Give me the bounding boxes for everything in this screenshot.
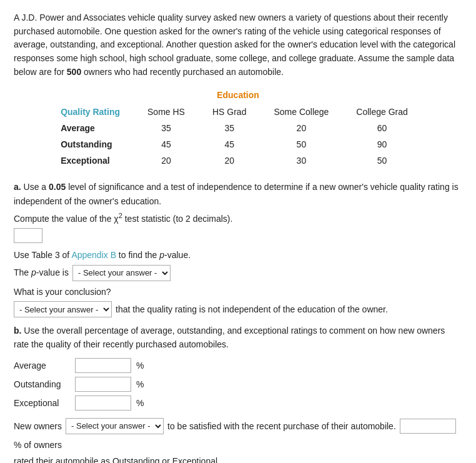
appendix-b-link[interactable]: Appendix B <box>71 250 116 260</box>
cell-exceptional-some-college: 30 <box>260 152 342 169</box>
appendix-rest: to find the p-value. <box>116 250 191 260</box>
p-italic-label: p <box>31 267 36 277</box>
part-b-intro: b. Use the overall percentage of average… <box>14 324 462 352</box>
chi-symbol: χ <box>114 214 118 224</box>
p-italic: p <box>159 250 164 260</box>
average-label: Average <box>14 359 70 372</box>
outstanding-percent: % <box>136 377 144 391</box>
new-owners-suffix: % of owners <box>14 438 62 452</box>
part-b-block: b. Use the overall percentage of average… <box>14 324 462 463</box>
education-header: Education <box>14 90 462 100</box>
cell-average-college-grad: 60 <box>342 120 422 136</box>
part-b-label: b. <box>14 326 21 336</box>
exceptional-row: Exceptional % <box>14 396 462 411</box>
cell-exceptional-some-hs: 20 <box>134 152 199 169</box>
new-owners-select[interactable]: - Select your answer - <box>66 418 164 434</box>
exceptional-input[interactable] <box>75 396 131 411</box>
significance-value: 0.05 <box>49 182 66 192</box>
table3-line: Use Table 3 of Appendix B to find the p-… <box>14 248 462 262</box>
p-value-select[interactable]: - Select your answer - <box>72 265 171 281</box>
intro-text2: owners who had recently purchased an aut… <box>81 67 284 77</box>
outstanding-label: Outstanding <box>14 377 70 391</box>
intro-paragraph: A J.D. Power and Associates vehicle qual… <box>14 11 462 79</box>
average-row: Average % <box>14 358 462 373</box>
new-owners-middle: to be satisfied with the recent purchase… <box>167 419 396 433</box>
part-b-inputs: Average % Outstanding % Exceptional % <box>14 358 462 411</box>
part-a-intro: a. Use a 0.05 level of significance and … <box>14 180 462 208</box>
compute-text: Compute the value of the <box>14 214 114 224</box>
compute-line: Compute the value of the χ2 test statist… <box>14 211 462 226</box>
part-a-label: a. <box>14 182 21 192</box>
row-label-exceptional: Exceptional <box>54 152 134 169</box>
outstanding-row: Outstanding % <box>14 377 462 392</box>
compute-rest: test statistic (to 2 decimals). <box>122 214 233 224</box>
average-percent: % <box>136 359 144 372</box>
cell-average-hs-grad: 35 <box>199 120 260 136</box>
conclusion-row: - Select your answer - that the quality … <box>14 301 462 317</box>
part-a-block: a. Use a 0.05 level of significance and … <box>14 180 462 317</box>
exceptional-label: Exceptional <box>14 396 70 410</box>
chi-input-row <box>14 228 462 243</box>
cell-exceptional-hs-grad: 20 <box>199 152 260 169</box>
col-hs-grad: HS Grad <box>199 104 260 120</box>
quality-rating-header: Quality Rating <box>54 104 134 120</box>
cell-average-some-hs: 35 <box>134 120 199 136</box>
p-value-label: The p-value is <box>14 266 69 279</box>
cell-outstanding-some-hs: 45 <box>134 136 199 152</box>
rated-text: rated their automobile as Outstanding or… <box>14 454 462 463</box>
row-label-outstanding: Outstanding <box>54 136 134 152</box>
conclusion-select[interactable]: - Select your answer - <box>14 301 112 317</box>
conclusion-label: What is your conclusion? <box>14 285 462 299</box>
exceptional-percent: % <box>136 396 144 410</box>
intro-bold-num: 500 <box>67 67 81 77</box>
table-row: Outstanding 45 45 50 90 <box>54 136 422 152</box>
table-row: Exceptional 20 20 30 50 <box>54 152 422 169</box>
data-table-section: Education Quality Rating Some HS HS Grad… <box>14 90 462 169</box>
cell-outstanding-hs-grad: 45 <box>199 136 260 152</box>
data-table: Quality Rating Some HS HS Grad Some Coll… <box>54 104 422 169</box>
col-some-hs: Some HS <box>134 104 199 120</box>
part-a-significance-rest: level of significance and a test of inde… <box>14 182 459 206</box>
chi-statistic-input[interactable] <box>14 228 42 243</box>
new-owners-row: New owners - Select your answer - to be … <box>14 418 462 452</box>
p-value-row: The p-value is - Select your answer - <box>14 265 462 281</box>
col-college-grad: College Grad <box>342 104 422 120</box>
cell-average-some-college: 20 <box>260 120 342 136</box>
cell-outstanding-some-college: 50 <box>260 136 342 152</box>
part-a-significance-text: Use a <box>24 182 49 192</box>
average-input[interactable] <box>75 358 131 373</box>
new-owners-prefix: New owners <box>14 419 62 433</box>
cell-exceptional-college-grad: 50 <box>342 152 422 169</box>
part-b-text: Use the overall percentage of average, o… <box>14 326 445 349</box>
owners-percent-input[interactable] <box>400 419 456 434</box>
cell-outstanding-college-grad: 90 <box>342 136 422 152</box>
table-row: Average 35 35 20 60 <box>54 120 422 136</box>
outstanding-input[interactable] <box>75 377 131 392</box>
conclusion-rest: that the quality rating is not independe… <box>116 302 388 316</box>
col-some-college: Some College <box>260 104 342 120</box>
row-label-average: Average <box>54 120 134 136</box>
table3-text: Use Table 3 of <box>14 250 71 260</box>
